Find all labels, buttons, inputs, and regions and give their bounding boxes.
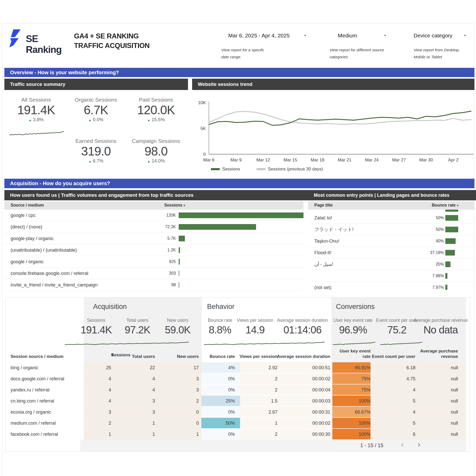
duration-cell: 00:00:03 (312, 398, 330, 404)
se-ranking-logo-icon (6, 29, 22, 47)
scorecard-label: New users (156, 318, 200, 323)
col-views-per-session[interactable]: Views per session (240, 354, 277, 359)
entry-table-column-header: Page title Bounce rate ▾ (308, 201, 474, 210)
logo-text: SE Ranking (26, 34, 73, 55)
sessions-trend-header: Website sessions trend (192, 79, 474, 90)
chevron-right-icon[interactable]: › (417, 442, 421, 447)
chevron-left-icon[interactable]: ‹ (400, 442, 404, 447)
dropdown-caret-icon[interactable]: ▾ (464, 34, 466, 37)
session-source-cell: bing / organic (11, 365, 38, 370)
sessions-cell: 4 (109, 376, 111, 381)
bounce-rate-value: 20% (421, 262, 444, 267)
bounce-rate-value: 7.98% (421, 274, 444, 278)
device-filter-value[interactable]: Device category (414, 32, 453, 39)
detail-table-row: medium.com / referral 2 1 0 50% 1 00:00:… (5, 417, 470, 429)
scorecard-value: 191.4K (8, 103, 64, 117)
ukr-cell: 100% (359, 431, 371, 437)
views-per-session-cell: 1.5 (271, 398, 277, 404)
page-title-label: Zalać to! (314, 215, 332, 221)
detail-table-row: bing / organic 25 22 17 4% 2.92 00:00:51… (5, 362, 470, 373)
col-bounce-rate[interactable]: Bounce rate (210, 354, 235, 359)
sessions-value: 120K (153, 213, 176, 218)
bounce-rate-cell: 4% (228, 365, 235, 370)
bounce-rate-bar (445, 215, 458, 221)
device-filter-caption: View report from Desktop, Mobile or Tabl… (414, 46, 470, 60)
traffic-source-summary-title: Traffic source summary (10, 81, 65, 87)
bounce-rate-bar (445, 250, 455, 256)
ukr-cell: 100% (359, 420, 371, 426)
up-arrow-icon: ▲ (88, 160, 92, 163)
entry-table-body: Zalać to! 50% フラッド・イット! 50% Taşkın-Onu! … (308, 212, 474, 290)
report-title-line2: TRAFFIC ACQUISITION (74, 41, 150, 51)
metric-sparkline (380, 341, 423, 346)
sessions-bar (179, 247, 180, 253)
sessions-bar (179, 259, 180, 265)
summary-scorecard: Campaign Sessions 98.0 ▲ 14.0% (128, 138, 184, 164)
col-user-key-event-rate[interactable]: User key event rate (338, 348, 371, 359)
session-source-cell: docs.google.com / referral (11, 376, 64, 381)
total-users-cell: 3 (152, 398, 155, 404)
bounce-rate-sort-column[interactable]: Bounce rate ▾ (432, 203, 458, 208)
revenue-cell: null (451, 420, 458, 426)
views-per-session-cell: 2 (275, 387, 277, 392)
source-medium-label: console.firebase.google.com / referral (11, 271, 88, 276)
medium-filter-value[interactable]: Medium (338, 32, 357, 39)
col-new-users[interactable]: New users (177, 354, 199, 359)
scorecard-label: Organic Sessions (68, 97, 124, 103)
sessions-sort-column[interactable]: Sessions ▾ (164, 203, 185, 208)
total-users-cell: 4 (152, 376, 155, 381)
sessions-bar (179, 212, 303, 218)
sessions-bar (179, 236, 185, 241)
dropdown-caret-icon[interactable]: ▾ (384, 34, 386, 37)
duration-cell: 00:00:02 (312, 420, 330, 426)
entry-row: フラッド・イット! 50% (308, 224, 474, 235)
views-per-session-cell: 2.92 (268, 365, 277, 370)
source-row: google-play / organic 5.7K (4, 233, 303, 244)
scorecard-label: Paid Sessions (128, 97, 184, 103)
scorecard-delta: ▲ 0.0% (68, 117, 124, 122)
metric-sparkline (332, 341, 376, 346)
date-range-caption: View report for a specifc date range. (221, 46, 266, 60)
events-cell: 5 (413, 398, 415, 404)
table-footer: 1 - 15 / 15 ‹ › (80, 440, 466, 451)
bounce-rate-cell: 50% (226, 420, 235, 426)
metric-sparkline (64, 341, 189, 346)
scorecard-value: No data (410, 324, 472, 336)
duration-cell: 00:00:04 (312, 387, 330, 392)
traffic-source-summary-header: Traffic source summary (4, 79, 188, 90)
new-users-cell: 0 (196, 409, 199, 415)
group-title-acquisition: Acquisition (93, 303, 127, 311)
new-users-cell: 3 (196, 376, 199, 381)
sources-table-title: How users found us | Traffic volumes and… (10, 192, 194, 198)
entry-row: 7.98% (308, 270, 474, 282)
col-event-count-per-user[interactable]: Event count per user (372, 354, 415, 359)
sessions-value: 925 (153, 259, 176, 264)
detail-table-card: Acquisition Behavior Conversions Session… (5, 297, 470, 452)
views-per-session-cell: 2 (275, 376, 277, 381)
duration-cell: 00:00:30 (312, 431, 330, 437)
col-avg-purchase-revenue[interactable]: Average purchase revenue (419, 348, 458, 359)
page-title-label: Taşkın-Onu! (314, 239, 339, 244)
overview-section-header: Overview - How is your website performin… (4, 68, 474, 77)
col-avg-session-duration[interactable]: Average session duration (277, 354, 330, 359)
dropdown-caret-icon[interactable]: ▾ (304, 34, 306, 37)
date-range-value[interactable]: Mar 6, 2025 - Apr 4, 2025 (228, 32, 290, 39)
new-users-cell: 17 (194, 365, 199, 370)
ukr-cell: 66.67% (355, 409, 371, 415)
col-total-users[interactable]: Total users (132, 354, 155, 359)
new-users-cell: 2 (196, 398, 199, 404)
duration-cell: 00:00:02 (312, 376, 330, 381)
detail-scorecard: Average purchase revenue No data (410, 318, 472, 336)
group-title-behavior: Behavior (207, 303, 235, 311)
entry-table-scroll-sliver (308, 210, 474, 212)
svg-text:Sessions: Sessions (222, 167, 240, 171)
source-medium-column: Source / medium (11, 203, 44, 208)
detail-scorecard: Views per session 14.9 (231, 318, 280, 336)
sessions-cell: 1 (109, 431, 111, 437)
svg-text:Mar 21: Mar 21 (338, 158, 351, 162)
scorecard-label: All Sessions (8, 97, 64, 103)
acquisition-heat-cells (84, 396, 202, 406)
sources-table-body: google / cpc 120K (direct) / (none) 72.2… (4, 210, 303, 291)
overview-band-title: Overview - How is your website performin… (10, 70, 119, 76)
svg-text:Sessions (previous 30 days): Sessions (previous 30 days) (268, 167, 323, 171)
